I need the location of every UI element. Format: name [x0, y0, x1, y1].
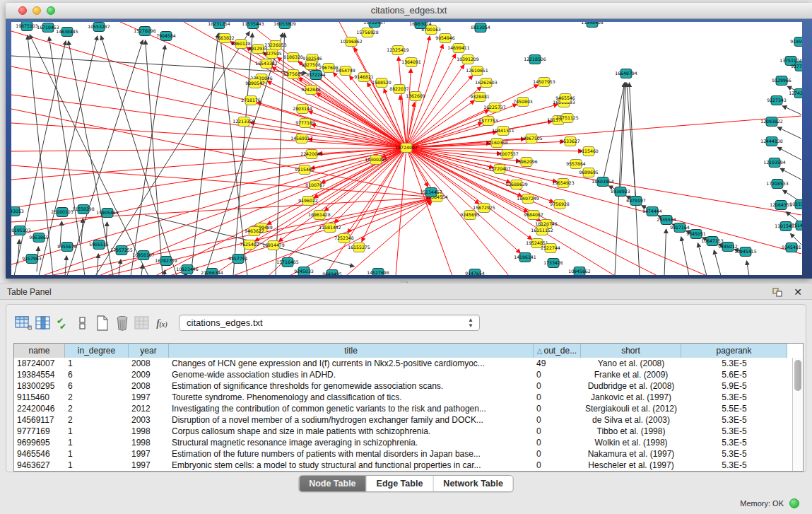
graph-node[interactable]: 12325419	[387, 46, 409, 55]
cell-title[interactable]: Estimation of the future numbers of pati…	[169, 448, 534, 460]
cell-outde[interactable]: 0	[534, 392, 581, 403]
graph-node[interactable]: 14699411	[447, 44, 470, 53]
cell-outde[interactable]: 0	[534, 460, 581, 471]
cell-indegree[interactable]: 1	[65, 426, 129, 437]
graph-node[interactable]: 7450803	[513, 98, 533, 107]
graph-node[interactable]: 7252348	[334, 234, 354, 243]
graph-node[interactable]: 17957255	[110, 246, 133, 255]
graph-node[interactable]: 23226053	[264, 41, 287, 50]
table-settings-icon[interactable]: ⚙	[13, 313, 33, 334]
table-row[interactable]: 1830029562008Estimation of significance …	[14, 380, 787, 392]
column-header-outde[interactable]: △out_de...	[534, 344, 581, 358]
table-row[interactable]: 1938455462009Genome-wide association stu…	[14, 369, 787, 380]
cell-year[interactable]: 1997	[129, 448, 169, 460]
cell-short[interactable]: Yano et al. (2008)	[581, 358, 681, 369]
graph-node[interactable]: 1733426	[543, 259, 563, 268]
cell-short[interactable]: Dudbridge et al. (2008)	[581, 380, 681, 392]
column-header-indegree[interactable]: in_degree	[65, 344, 129, 358]
cell-short[interactable]: Wolkin et al. (1998)	[581, 437, 681, 448]
cell-year[interactable]: 2009	[129, 369, 169, 380]
table-row[interactable]: 946554611997Estimation of the future num…	[14, 448, 787, 460]
graph-node[interactable]: 9227343	[767, 96, 787, 105]
graph-node[interactable]: 9195903	[790, 37, 802, 47]
cell-title[interactable]: Genome-wide association studies in ADHD.	[169, 369, 534, 380]
graph-node[interactable]: 9457791	[228, 255, 248, 264]
table-row[interactable]: 1872400712008Changes of HCN gene express…	[14, 358, 787, 369]
cell-name[interactable]: 9465546	[14, 448, 65, 460]
graph-node[interactable]: 8454749	[336, 66, 355, 76]
cell-short[interactable]: Nakamura et al. (1997)	[581, 448, 681, 460]
cell-name[interactable]: 18724007	[14, 358, 65, 369]
graph-node[interactable]: 15722457	[363, 22, 386, 28]
memory-ok-indicator[interactable]	[789, 498, 799, 508]
graph-node[interactable]: 8813054	[471, 23, 490, 33]
cell-outde[interactable]: 0	[534, 414, 581, 426]
column-header-year[interactable]: year	[129, 344, 169, 358]
graph-node[interactable]: 16053809	[273, 22, 296, 29]
graph-node[interactable]: 9245481	[782, 243, 801, 252]
graph-node[interactable]: 8577753	[478, 117, 498, 126]
cell-name[interactable]: 19384554	[14, 369, 65, 380]
column-header-title[interactable]: title	[169, 344, 534, 358]
graph-node[interactable]: 1364091	[401, 58, 421, 67]
graph-node[interactable]: 21266344	[201, 269, 223, 276]
graph-node[interactable]: 2803144	[293, 105, 312, 114]
graph-node[interactable]: 9242848	[301, 86, 321, 95]
column-header-short[interactable]: short	[581, 344, 681, 358]
graph-node[interactable]: 8186328	[283, 53, 303, 62]
cell-name[interactable]: 9699695	[14, 437, 65, 448]
graph-node[interactable]: 9345051	[686, 230, 706, 239]
graph-node[interactable]: 9115461	[295, 165, 314, 175]
float-window-icon[interactable]	[772, 287, 782, 296]
graph-node[interactable]: 5905515	[89, 240, 109, 250]
cell-year[interactable]: 1997	[129, 392, 169, 403]
graph-node[interactable]: 15672925	[473, 204, 495, 213]
cell-name[interactable]: 9777169	[14, 426, 65, 437]
graph-node[interactable]: 9557864	[566, 160, 586, 169]
graph-node[interactable]: 9277373	[791, 62, 802, 71]
graph-node[interactable]: 9777169	[295, 119, 315, 128]
delete-table-icon[interactable]	[112, 313, 132, 334]
graph-node[interactable]: 2522744	[541, 244, 560, 253]
graph-node[interactable]: 9827508	[301, 61, 321, 70]
graph-node[interactable]: 9756928	[550, 200, 570, 209]
cell-pagerank[interactable]: 5.5E-5	[681, 403, 787, 414]
table-row[interactable]: 969969511998Structural magnetic resonanc…	[14, 437, 787, 448]
cell-short[interactable]: de Silva et al. (2003)	[581, 414, 681, 426]
graph-node[interactable]: 9147654	[465, 269, 485, 276]
cell-pagerank[interactable]: 5.3E-5	[681, 358, 787, 369]
graph-node[interactable]: 11535443	[242, 22, 264, 29]
cell-short[interactable]: Hescheler et al. (1997)	[581, 460, 681, 471]
graph-node[interactable]: 7514562	[792, 221, 802, 230]
graph-node[interactable]: 10967505	[520, 134, 543, 144]
graph-node[interactable]: 10196862	[340, 37, 363, 47]
cell-name[interactable]: 14569117	[14, 414, 65, 426]
graph-node[interactable]: 16782759	[155, 257, 177, 266]
cell-outde[interactable]: 0	[534, 448, 581, 460]
graph-node[interactable]: 9146821	[354, 73, 374, 82]
cell-title[interactable]: Disruption of a novel member of a sodium…	[169, 414, 534, 426]
cell-name[interactable]: 9115460	[14, 392, 65, 403]
network-canvas[interactable]: 1872400718300295193845547663822886012889…	[11, 22, 802, 275]
graph-node[interactable]: 16962096	[515, 158, 538, 167]
rows-icon[interactable]	[73, 313, 93, 334]
graph-node[interactable]: 9115460	[579, 147, 599, 156]
cell-indegree[interactable]: 1	[65, 437, 129, 448]
graph-node[interactable]: 15276096	[134, 27, 156, 36]
citation-network-graph[interactable]: 1872400718300295193845547663822886012889…	[11, 22, 802, 275]
graph-node[interactable]: 12093822	[760, 117, 783, 127]
cell-title[interactable]: Structural magnetic resonance image aver…	[169, 437, 534, 448]
column-header-name[interactable]: name	[14, 344, 65, 358]
graph-node[interactable]: 8572244	[306, 71, 326, 80]
table-row[interactable]: 911546021997Tourette syndrome. Phenomeno…	[14, 392, 787, 403]
graph-node[interactable]: 16155275	[348, 243, 370, 252]
graph-node[interactable]: 10688639	[505, 180, 528, 189]
graph-node[interactable]: 7625402	[240, 240, 259, 250]
cell-title[interactable]: Estimation of significance thresholds fo…	[169, 380, 534, 392]
cell-outde[interactable]: 0	[534, 380, 581, 392]
graph-node[interactable]: 9129966	[772, 76, 792, 86]
cell-title[interactable]: Investigating the contribution of common…	[169, 403, 534, 414]
close-panel-icon[interactable]: ✕	[794, 286, 802, 298]
graph-node[interactable]: 16648794	[615, 69, 637, 78]
cell-year[interactable]: 1998	[129, 437, 169, 448]
